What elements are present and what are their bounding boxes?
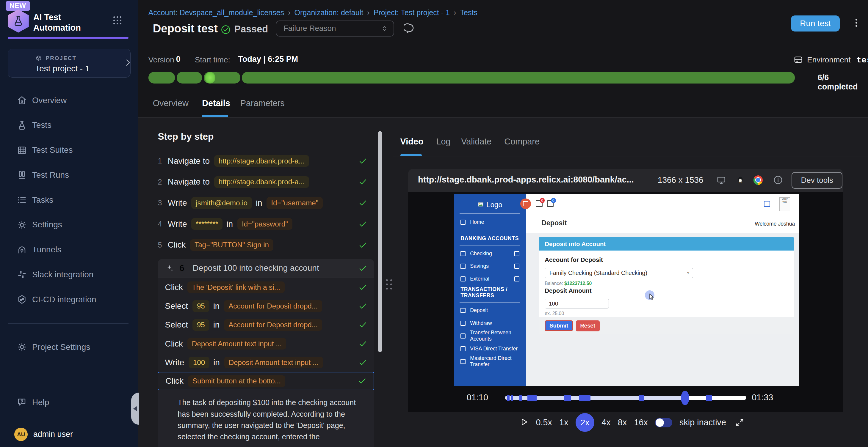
step-row[interactable]: ClickDeposit Amount text input ... — [158, 334, 374, 353]
bank-nav-item: Mastercard Direct Transfer — [454, 355, 526, 368]
step-locator-chip[interactable]: Account for Deposit dropd... — [224, 300, 322, 312]
step-number: 5 — [158, 241, 167, 249]
dev-tools-button[interactable]: Dev tools — [792, 172, 842, 189]
tab-validate[interactable]: Validate — [461, 137, 491, 146]
bank-section-header: TRANSACTIONS / TRANSFERS — [454, 285, 526, 300]
sidebar-item-test-suites[interactable]: Test Suites — [0, 138, 138, 163]
step-locator-chip[interactable]: Account for Deposit dropd... — [224, 319, 322, 331]
step-connector: in — [226, 219, 233, 229]
video-tabs-divider — [393, 157, 868, 157]
timeline-event-marker[interactable] — [507, 395, 510, 401]
apps-grid-icon[interactable] — [112, 15, 123, 26]
step-value-chip[interactable]: 95 — [192, 319, 209, 331]
step-row[interactable]: 1Navigate tohttp://stage.dbank.prod-a... — [158, 150, 374, 171]
info-icon[interactable] — [773, 175, 783, 185]
step-number: 2 — [158, 178, 167, 186]
video-timeline[interactable] — [505, 396, 746, 400]
steps-list: 1Navigate tohttp://stage.dbank.prod-a...… — [158, 150, 374, 447]
step-verb: Select — [165, 320, 188, 330]
timeline-event-marker[interactable] — [564, 395, 571, 401]
sidebar-collapse-handle[interactable] — [131, 392, 139, 425]
step-value-chip[interactable]: http://stage.dbank.prod-a... — [214, 176, 309, 188]
breadcrumb-organization[interactable]: Organization: default — [294, 8, 364, 16]
step-row[interactable]: ClickSubmit button at the botto... — [158, 372, 374, 390]
video-resolution: 1366 x 1536 — [658, 175, 704, 185]
speed-16x-button[interactable]: 16x — [634, 418, 648, 427]
breadcrumb-project[interactable]: Project: Test project - 1 — [374, 8, 450, 16]
step-passed-check-icon — [358, 339, 368, 349]
step-value-chip[interactable]: http://stage.dbank.prod-a... — [214, 155, 309, 167]
bank-sidebar: Logo HomeBANKING ACCOUNTSCheckingSavings… — [454, 194, 526, 386]
tab-compare[interactable]: Compare — [504, 137, 539, 146]
sidebar-item-tasks[interactable]: Tasks — [0, 187, 138, 212]
timeline-event-marker[interactable] — [639, 395, 644, 401]
speed-4x-button[interactable]: 4x — [601, 418, 610, 427]
breadcrumb-tests[interactable]: Tests — [460, 8, 477, 16]
timeline-event-marker[interactable] — [519, 395, 522, 401]
step-row[interactable]: Write100inDeposit Amount text input ... — [158, 353, 374, 372]
breadcrumb-account[interactable]: Account: Devspace_all_module_licenses — [149, 8, 284, 16]
speed-0.5x-button[interactable]: 0.5x — [536, 418, 552, 427]
timeline-event-marker[interactable] — [527, 395, 537, 401]
timeline-event-marker[interactable] — [579, 395, 590, 401]
step-locator-chip[interactable]: Submit button at the botto... — [188, 375, 285, 387]
step-value-chip[interactable]: 100 — [189, 357, 209, 368]
comment-icon[interactable] — [404, 23, 415, 34]
step-locator-chip[interactable]: The 'Deposit' link with a si... — [187, 281, 285, 293]
panel-drag-handle[interactable] — [386, 279, 392, 289]
sidebar-item-tests[interactable]: Tests — [0, 113, 138, 138]
step-row[interactable]: ClickThe 'Deposit' link with a si... — [158, 278, 374, 297]
home-icon — [17, 95, 27, 105]
gear-icon — [17, 220, 27, 230]
tab-overview[interactable]: Overview — [153, 98, 189, 108]
step-passed-check-icon — [358, 240, 368, 250]
chrome-icon — [753, 175, 763, 185]
bank-reset-button: Reset — [576, 320, 600, 332]
run-test-button[interactable]: Run test — [791, 15, 840, 32]
step-row[interactable]: Select95inAccount for Deposit dropd... — [158, 297, 374, 315]
steps-scrollbar[interactable] — [378, 131, 382, 352]
step-value-chip[interactable]: jsmith@demo.io — [191, 197, 252, 209]
speed-1x-button[interactable]: 1x — [559, 418, 568, 427]
sidebar-item-label: Tasks — [32, 195, 53, 205]
sidebar-item-label: Tests — [32, 121, 52, 130]
project-selector[interactable]: PROJECT Test project - 1 — [8, 49, 131, 77]
sidebar-item-test-runs[interactable]: Test Runs — [0, 163, 138, 187]
app-window: NEW AI Test Automation PROJECT Test proj… — [0, 0, 868, 447]
sidebar-item-overview[interactable]: Overview — [0, 88, 138, 113]
step-group-header[interactable]: 6Deposit 100 into checking account — [158, 259, 374, 278]
play-button[interactable] — [519, 417, 529, 428]
step-locator-chip[interactable]: Id="password" — [237, 218, 292, 230]
step-row[interactable]: 3Writejsmith@demo.ioinId="username" — [158, 193, 374, 214]
timeline-event-marker[interactable] — [511, 395, 513, 401]
speed-2x-button[interactable]: 2x — [576, 413, 594, 432]
sidebar-item-project-settings[interactable]: Project Settings — [0, 335, 155, 359]
step-row[interactable]: 4Write********inId="password" — [158, 213, 374, 235]
tab-video[interactable]: Video — [400, 137, 424, 146]
step-locator-chip[interactable]: Tag="BUTTON" Sign in — [190, 239, 273, 251]
sidebar-item-tunnels[interactable]: Tunnels — [0, 237, 138, 262]
timeline-event-marker[interactable] — [706, 395, 712, 401]
sidebar-item-ci-cd-integration[interactable]: CI-CD integration — [0, 287, 138, 312]
tab-log[interactable]: Log — [436, 137, 451, 146]
user-menu[interactable]: AU admin user — [0, 422, 138, 447]
failure-reason-select[interactable]: Failure Reason — [276, 21, 394, 37]
tab-parameters[interactable]: Parameters — [240, 98, 285, 108]
step-locator-chip[interactable]: Id="username" — [267, 197, 323, 209]
sidebar-item-slack-integration[interactable]: Slack integration — [0, 262, 138, 287]
step-value-chip[interactable]: 95 — [192, 300, 209, 312]
step-locator-chip[interactable]: Deposit Amount text input ... — [224, 357, 323, 368]
kebab-menu-icon[interactable] — [851, 18, 861, 29]
step-row[interactable]: 2Navigate tohttp://stage.dbank.prod-a... — [158, 171, 374, 193]
speed-8x-button[interactable]: 8x — [618, 418, 627, 427]
content-area: Step by step 1Navigate tohttp://stage.db… — [138, 118, 868, 447]
fullscreen-icon[interactable] — [735, 418, 745, 427]
sidebar-item-settings[interactable]: Settings — [0, 212, 138, 238]
step-number: 4 — [158, 220, 167, 228]
tab-details[interactable]: Details — [202, 98, 230, 108]
step-row[interactable]: 5ClickTag="BUTTON" Sign in — [158, 235, 374, 255]
step-row[interactable]: Select95inAccount for Deposit dropd... — [158, 316, 374, 334]
step-locator-chip[interactable]: Deposit Amount text input ... — [187, 338, 286, 349]
skip-inactive-toggle[interactable] — [655, 418, 672, 427]
step-value-chip[interactable]: ******** — [191, 218, 222, 230]
